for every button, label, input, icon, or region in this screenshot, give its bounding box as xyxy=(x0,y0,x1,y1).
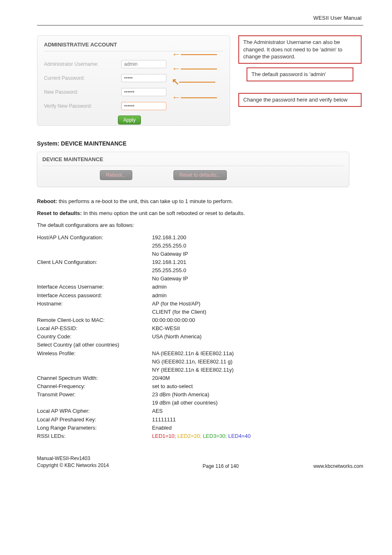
cfg-label: Select Country (all other countries) xyxy=(37,341,152,349)
admin-username-label: Administrator Username: xyxy=(44,61,118,67)
rssi-led-values: LED1=10; LED2=20; LED3=30; LED4=40 xyxy=(152,432,363,440)
cfg-value: AP (for the Host/AP) xyxy=(152,300,363,308)
cfg-value: CLIENT (for the Client) xyxy=(152,308,363,316)
annotation-default-password: The default password is 'admin' xyxy=(247,67,353,81)
current-password-input[interactable] xyxy=(121,74,166,82)
reboot-term: Reboot: xyxy=(37,198,57,204)
cfg-value: set to auto-select xyxy=(152,382,363,391)
verify-password-label: Verify New Password: xyxy=(44,103,118,109)
apply-button[interactable]: Apply xyxy=(118,116,141,125)
cfg-value: NA (IEEE802.11n & IEEE802.11a) xyxy=(152,349,363,358)
cfg-label: Local AP WPA Cipher: xyxy=(37,407,152,415)
cfg-label: Channel-Frequency: xyxy=(37,382,152,391)
reset-desc: In this menu option the unit can be soft… xyxy=(82,210,245,216)
annotation-change-password: Change the password here and verify belo… xyxy=(238,93,362,107)
reset-defaults-button[interactable]: Reset to defaults... xyxy=(173,170,227,180)
cfg-value: 255.255.255.0 xyxy=(152,266,363,275)
cfg-value: admin xyxy=(152,291,363,300)
cfg-label: Long Range Parameters: xyxy=(37,424,152,432)
device-maintenance-title: DEVICE MAINTENANCE xyxy=(42,156,344,166)
reboot-button[interactable]: Reboot... xyxy=(100,170,132,180)
page-footer: Manual-WESII-Rev1403 Copyright © KBC Net… xyxy=(37,455,363,469)
cfg-value: 00:00:00:00:00:00 xyxy=(152,316,363,324)
cfg-value: 20/40M xyxy=(152,374,363,382)
cfg-label: Client LAN Configuration: xyxy=(37,258,152,266)
cfg-value: 255.255.255.0 xyxy=(152,242,363,250)
footer-copyright: Copyright © KBC Networks 2014 xyxy=(37,462,160,469)
arrow-icon: ←———— xyxy=(172,50,217,59)
cfg-value: admin xyxy=(152,283,363,291)
cfg-label: Wireless Profile: xyxy=(37,349,152,358)
arrow-icon: ←———— xyxy=(172,93,217,102)
cfg-value: 192.168.1.201 xyxy=(152,258,363,266)
cfg-label: Country Code: xyxy=(37,333,152,341)
arrow-icon: ↖———— xyxy=(172,77,215,86)
device-maintenance-panel: DEVICE MAINTENANCE Reboot... Reset to de… xyxy=(37,152,349,187)
cfg-value: NG (IEEE802.11n, IEEE802.11 g) xyxy=(152,358,363,366)
cfg-label: Local AP-ESSID: xyxy=(37,324,152,333)
cfg-label: Hostname: xyxy=(37,300,152,308)
annotation-admin-username: The Administrator Username can also be c… xyxy=(238,35,362,64)
cfg-value: Enabled xyxy=(152,424,363,432)
current-password-label: Current Password: xyxy=(44,75,118,81)
admin-account-figure: ADMINISTRATIVE ACCOUNT Administrator Use… xyxy=(37,35,363,128)
cfg-value: 19 dBm (all other countries) xyxy=(152,399,363,407)
cfg-value: 11111111 xyxy=(152,416,363,424)
cfg-value: AES xyxy=(152,407,363,415)
cfg-label: Host/AP LAN Configuration: xyxy=(37,234,152,242)
admin-username-input[interactable] xyxy=(121,60,166,68)
reboot-paragraph: Reboot: this performs a re-boot to the u… xyxy=(37,198,363,206)
footer-manual-rev: Manual-WESII-Rev1403 xyxy=(37,455,160,462)
footer-url: www.kbcnetworks.com xyxy=(281,463,363,469)
cfg-label: Interface Access password: xyxy=(37,291,152,300)
reset-term: Reset to defaults: xyxy=(37,210,82,216)
cfg-label: RSSI LEDs: xyxy=(37,432,152,440)
cfg-label: Transmit Power: xyxy=(37,391,152,399)
new-password-label: New Password: xyxy=(44,89,118,95)
rssi-led4: LED4=40 xyxy=(228,433,251,439)
cfg-value: 192.168.1.200 xyxy=(152,234,363,242)
cfg-value: No Gateway IP xyxy=(152,250,363,258)
device-maintenance-heading: System: DEVICE MAINTENANCE xyxy=(37,140,363,147)
cfg-value: No Gateway IP xyxy=(152,275,363,283)
cfg-value: 23 dBm (North America) xyxy=(152,391,363,399)
cfg-label: Local AP Preshared Key: xyxy=(37,416,152,424)
cfg-value: NY (IEEE802.11n & IEEE802.11y) xyxy=(152,366,363,374)
default-config-list: Host/AP LAN Configuration:192.168.1.200 … xyxy=(37,234,363,441)
rssi-led2: LED2=20 xyxy=(178,433,200,439)
new-password-input[interactable] xyxy=(121,88,166,96)
cfg-label: Remote Client-Lock to MAC: xyxy=(37,316,152,324)
reset-paragraph: Reset to defaults: In this menu option t… xyxy=(37,210,363,217)
manual-header: WESII User Manual xyxy=(37,12,363,25)
rssi-led1: LED1=10 xyxy=(152,433,175,439)
cfg-label: Channel Spectrum Width: xyxy=(37,374,152,382)
rssi-led3: LED3=30 xyxy=(203,433,226,439)
cfg-value: KBC-WESII xyxy=(152,324,363,333)
defaults-intro: The default configurations are as follow… xyxy=(37,222,363,229)
verify-password-input[interactable] xyxy=(121,102,166,110)
reboot-desc: this performs a re-boot to the unit, thi… xyxy=(57,198,233,204)
arrow-icon: ←———— xyxy=(172,64,217,73)
footer-page-number: Page 116 of 140 xyxy=(160,463,281,469)
cfg-label: Interface Access Username: xyxy=(37,283,152,291)
cfg-value: USA (North America) xyxy=(152,333,363,341)
